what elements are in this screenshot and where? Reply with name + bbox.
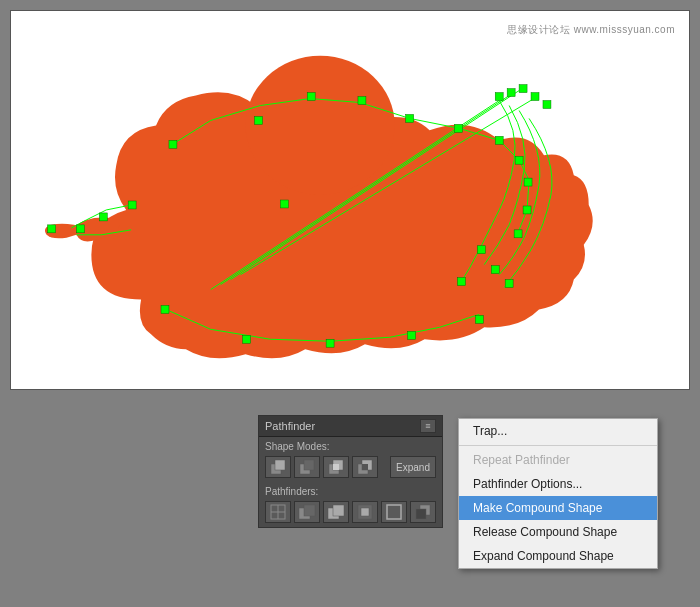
svg-rect-31 <box>454 124 462 132</box>
unite-icon <box>269 458 287 476</box>
svg-rect-73 <box>333 505 344 516</box>
minus-front-button[interactable] <box>294 456 320 478</box>
svg-rect-32 <box>495 136 503 144</box>
artwork-svg <box>11 11 689 389</box>
context-menu-item-options[interactable]: Pathfinder Options... <box>459 472 657 496</box>
minus-back-icon <box>414 503 432 521</box>
context-menu-item-repeat: Repeat Pathfinder <box>459 448 657 472</box>
svg-rect-44 <box>408 331 416 339</box>
svg-rect-48 <box>519 85 527 93</box>
svg-rect-75 <box>361 508 369 516</box>
svg-rect-51 <box>477 246 485 254</box>
svg-rect-36 <box>514 230 522 238</box>
pathfinder-panel: Pathfinder ≡ Shape Modes: <box>258 415 443 528</box>
svg-rect-43 <box>326 339 334 347</box>
svg-rect-28 <box>307 93 315 101</box>
crop-icon <box>356 503 374 521</box>
svg-rect-76 <box>387 505 401 519</box>
svg-rect-50 <box>543 101 551 109</box>
context-menu-item-make-compound[interactable]: Make Compound Shape <box>459 496 657 520</box>
shape-modes-row: Expand <box>259 454 442 482</box>
svg-rect-45 <box>475 315 483 323</box>
svg-rect-42 <box>243 335 251 343</box>
outline-icon <box>385 503 403 521</box>
context-menu: Trap... Repeat Pathfinder Pathfinder Opt… <box>458 418 658 569</box>
pathfinder-title-bar: Pathfinder ≡ <box>259 416 442 437</box>
svg-rect-27 <box>255 116 263 124</box>
svg-rect-71 <box>304 505 315 516</box>
divide-icon <box>269 503 287 521</box>
minus-back-button[interactable] <box>410 501 436 523</box>
divide-button[interactable] <box>265 501 291 523</box>
svg-rect-55 <box>169 140 177 148</box>
context-menu-item-release-compound[interactable]: Release Compound Shape <box>459 520 657 544</box>
svg-rect-49 <box>531 93 539 101</box>
pathfinders-label: Pathfinders: <box>259 482 442 499</box>
pathfinders-row <box>259 499 442 527</box>
svg-rect-78 <box>416 509 426 519</box>
merge-icon <box>327 503 345 521</box>
intersect-icon <box>327 458 345 476</box>
svg-rect-56 <box>280 200 288 208</box>
svg-rect-47 <box>507 89 515 97</box>
exclude-icon <box>356 458 374 476</box>
svg-point-0 <box>246 56 395 195</box>
trim-icon <box>298 503 316 521</box>
intersect-button[interactable] <box>323 456 349 478</box>
canvas-area: 思缘设计论坛 www.misssyuan.com <box>10 10 690 390</box>
svg-rect-33 <box>515 156 523 164</box>
unite-button[interactable] <box>265 456 291 478</box>
svg-rect-53 <box>491 266 499 274</box>
svg-rect-29 <box>358 97 366 105</box>
svg-rect-40 <box>48 225 56 233</box>
svg-rect-60 <box>304 460 314 470</box>
svg-rect-46 <box>495 93 503 101</box>
svg-rect-39 <box>76 225 84 233</box>
trim-button[interactable] <box>294 501 320 523</box>
expand-button[interactable]: Expand <box>390 456 436 478</box>
svg-rect-30 <box>406 114 414 122</box>
svg-rect-34 <box>524 178 532 186</box>
context-menu-separator-1 <box>459 445 657 446</box>
context-menu-item-expand-compound[interactable]: Expand Compound Shape <box>459 544 657 568</box>
merge-button[interactable] <box>323 501 349 523</box>
svg-rect-41 <box>161 305 169 313</box>
svg-rect-54 <box>505 280 513 288</box>
svg-rect-58 <box>275 460 285 470</box>
pathfinder-title: Pathfinder <box>265 420 315 432</box>
exclude-button[interactable] <box>352 456 378 478</box>
svg-rect-63 <box>333 464 339 470</box>
svg-rect-66 <box>362 464 368 470</box>
svg-rect-52 <box>457 278 465 286</box>
minus-front-icon <box>298 458 316 476</box>
svg-rect-38 <box>99 213 107 221</box>
shape-modes-label: Shape Modes: <box>259 437 442 454</box>
svg-rect-35 <box>523 206 531 214</box>
context-menu-item-trap[interactable]: Trap... <box>459 419 657 443</box>
crop-button[interactable] <box>352 501 378 523</box>
svg-rect-37 <box>128 201 136 209</box>
outline-button[interactable] <box>381 501 407 523</box>
panel-menu-button[interactable]: ≡ <box>420 419 436 433</box>
